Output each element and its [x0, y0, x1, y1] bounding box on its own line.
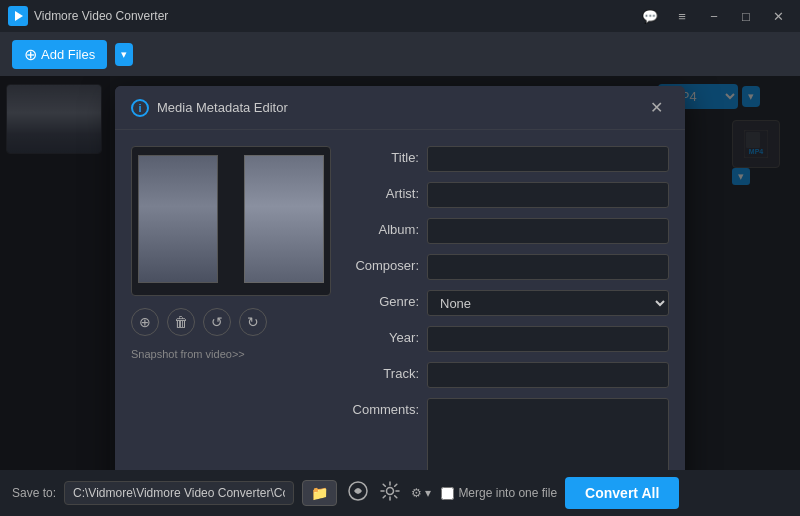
minimize-btn[interactable]: − [700, 6, 728, 26]
settings-btn[interactable] [377, 478, 403, 509]
add-files-button[interactable]: ⊕ Add Files [12, 40, 107, 69]
bottom-bar: Save to: 📁 ⚙ ▾ Merge into one file C [0, 470, 800, 516]
track-label: Track: [347, 362, 419, 381]
modal-body: ⊕ 🗑 ↺ ↻ Snapshot from video>> Title: [115, 130, 685, 470]
info-icon: i [131, 99, 149, 117]
delete-thumb-btn[interactable]: 🗑 [167, 308, 195, 336]
content-area: MP4 ▾ MP4 ▾ [0, 76, 800, 470]
thumbnail-controls: ⊕ 🗑 ↺ ↻ [131, 306, 331, 338]
comments-row: Comments: [347, 398, 669, 470]
album-row: Album: [347, 218, 669, 244]
media-metadata-editor: i Media Metadata Editor ✕ [115, 86, 685, 470]
year-label: Year: [347, 326, 419, 345]
save-path-input[interactable] [64, 481, 294, 505]
message-btn[interactable]: 💬 [636, 6, 664, 26]
track-input[interactable] [427, 362, 669, 388]
close-btn[interactable]: ✕ [764, 6, 792, 26]
genre-label: Genre: [347, 290, 419, 309]
snapshot-link[interactable]: Snapshot from video>> [131, 348, 331, 360]
app-title: Vidmore Video Converter [34, 9, 636, 23]
year-input[interactable] [427, 326, 669, 352]
genre-row: Genre: None Pop Rock Jazz Classical Elec… [347, 290, 669, 316]
menu-btn[interactable]: ≡ [668, 6, 696, 26]
modal-close-btn[interactable]: ✕ [644, 96, 669, 119]
plus-icon: ⊕ [24, 45, 37, 64]
modal-header: i Media Metadata Editor ✕ [115, 86, 685, 130]
video-frame-left [138, 155, 218, 283]
app-body: ⊕ Add Files ▾ MP4 ▾ [0, 32, 800, 516]
save-to-label: Save to: [12, 486, 56, 500]
rotate-left-btn[interactable]: ↺ [203, 308, 231, 336]
maximize-btn[interactable]: □ [732, 6, 760, 26]
composer-row: Composer: [347, 254, 669, 280]
bottom-icons: ⚙ ▾ [345, 478, 433, 509]
year-row: Year: [347, 326, 669, 352]
comments-label: Comments: [347, 398, 419, 417]
composer-input[interactable] [427, 254, 669, 280]
toolbar: ⊕ Add Files ▾ [0, 32, 800, 76]
metadata-form: Title: Artist: Album: Composer: [347, 146, 669, 470]
artist-row: Artist: [347, 182, 669, 208]
album-input[interactable] [427, 218, 669, 244]
merge-checkbox-area: Merge into one file [441, 486, 557, 500]
comments-input[interactable] [427, 398, 669, 470]
rotate-right-btn[interactable]: ↻ [239, 308, 267, 336]
artist-label: Artist: [347, 182, 419, 201]
modal-thumbnail-panel: ⊕ 🗑 ↺ ↻ Snapshot from video>> [131, 146, 331, 470]
track-row: Track: [347, 362, 669, 388]
browse-folder-btn[interactable]: 📁 [302, 480, 337, 506]
title-row: Title: [347, 146, 669, 172]
composer-label: Composer: [347, 254, 419, 273]
options-btn[interactable]: ⚙ ▾ [409, 484, 433, 502]
app-icon [8, 6, 28, 26]
modal-title: Media Metadata Editor [157, 100, 636, 115]
modal-overlay: i Media Metadata Editor ✕ [0, 76, 800, 470]
window-controls: 💬 ≡ − □ ✕ [636, 6, 792, 26]
add-files-label: Add Files [41, 47, 95, 62]
effects-btn[interactable] [345, 478, 371, 509]
merge-checkbox[interactable] [441, 487, 454, 500]
add-thumb-btn[interactable]: ⊕ [131, 308, 159, 336]
convert-all-button[interactable]: Convert All [565, 477, 679, 509]
album-label: Album: [347, 218, 419, 237]
thumbnail-main [132, 147, 330, 295]
title-input[interactable] [427, 146, 669, 172]
merge-label[interactable]: Merge into one file [458, 486, 557, 500]
title-label: Title: [347, 146, 419, 165]
video-frame-right [244, 155, 324, 283]
thumbnail-area [131, 146, 331, 296]
title-bar: Vidmore Video Converter 💬 ≡ − □ ✕ [0, 0, 800, 32]
genre-select[interactable]: None Pop Rock Jazz Classical Electronic [427, 290, 669, 316]
svg-point-6 [387, 487, 394, 494]
add-files-dropdown-btn[interactable]: ▾ [115, 43, 133, 66]
artist-input[interactable] [427, 182, 669, 208]
